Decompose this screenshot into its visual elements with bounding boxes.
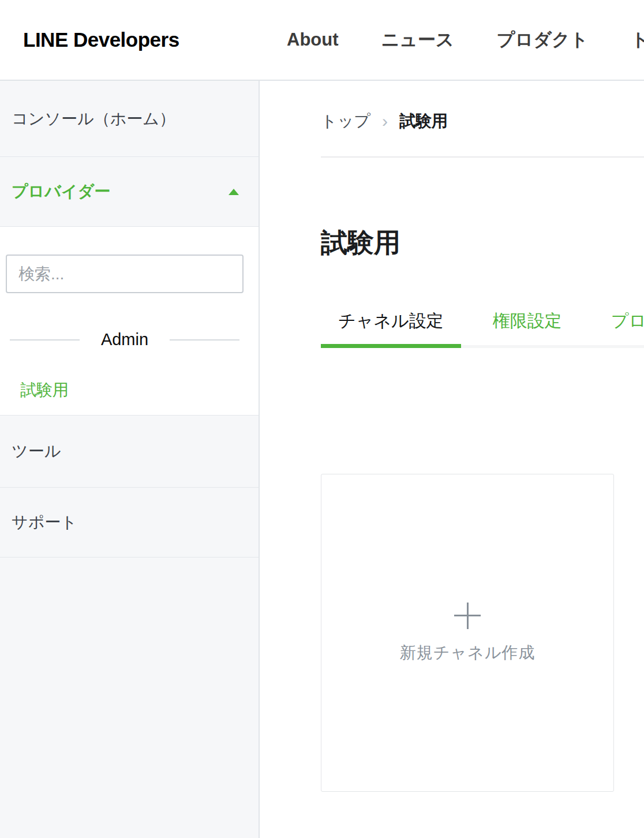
- app-header: LINE Developers About ニュース プロダクト ト: [0, 0, 644, 81]
- nav-item-news[interactable]: ニュース: [381, 28, 454, 52]
- main-content: トップ › 試験用 試験用 チャネル設定 権限設定 プロバイダー設定 新規チャネ…: [261, 81, 644, 838]
- provider-search-input[interactable]: [6, 255, 244, 293]
- page-title: 試験用: [321, 225, 644, 260]
- provider-group-label: Admin: [101, 330, 148, 349]
- plus-icon: [454, 603, 481, 629]
- tab-channel-settings[interactable]: チャネル設定: [321, 309, 461, 348]
- top-nav: About ニュース プロダクト ト: [287, 0, 644, 80]
- sidebar-item-tools[interactable]: ツール: [0, 416, 259, 488]
- sidebar-item-provider[interactable]: プロバイダー: [0, 157, 259, 227]
- divider-line-left: [10, 339, 80, 341]
- sidebar-item-tools-label: ツール: [12, 440, 61, 462]
- provider-group-divider: Admin: [6, 330, 244, 349]
- sidebar-item-support[interactable]: サポート: [0, 488, 259, 558]
- breadcrumb-current: 試験用: [399, 110, 448, 132]
- sidebar: コンソール（ホーム） プロバイダー Admin 試験用 ツール サポート: [0, 81, 260, 838]
- tab-provider-settings[interactable]: プロバイダー設定: [594, 309, 644, 348]
- sidebar-item-provider-label: プロバイダー: [12, 181, 110, 203]
- divider-line-right: [170, 339, 239, 341]
- chevron-up-icon: [229, 189, 239, 195]
- breadcrumb-home-link[interactable]: トップ: [321, 110, 370, 132]
- tab-bar: チャネル設定 権限設定 プロバイダー設定: [321, 309, 644, 348]
- nav-item-products[interactable]: プロダクト: [497, 28, 589, 52]
- nav-item-partial[interactable]: ト: [631, 28, 644, 52]
- breadcrumb: トップ › 試験用: [321, 107, 644, 136]
- nav-item-about[interactable]: About: [287, 29, 339, 50]
- line-developers-logo[interactable]: LINE Developers: [23, 0, 179, 80]
- chevron-right-icon: ›: [382, 111, 388, 131]
- new-channel-label: 新規チャネル作成: [400, 642, 536, 664]
- sidebar-item-console-home-label: コンソール（ホーム）: [12, 108, 175, 130]
- tab-roles-settings[interactable]: 権限設定: [475, 309, 579, 348]
- sidebar-item-support-label: サポート: [12, 511, 77, 533]
- breadcrumb-divider: [321, 156, 644, 158]
- sidebar-provider-link[interactable]: 試験用: [6, 379, 244, 401]
- sidebar-item-console-home[interactable]: コンソール（ホーム）: [0, 81, 259, 157]
- new-channel-card[interactable]: 新規チャネル作成: [321, 474, 614, 792]
- provider-panel: Admin 試験用: [0, 227, 259, 416]
